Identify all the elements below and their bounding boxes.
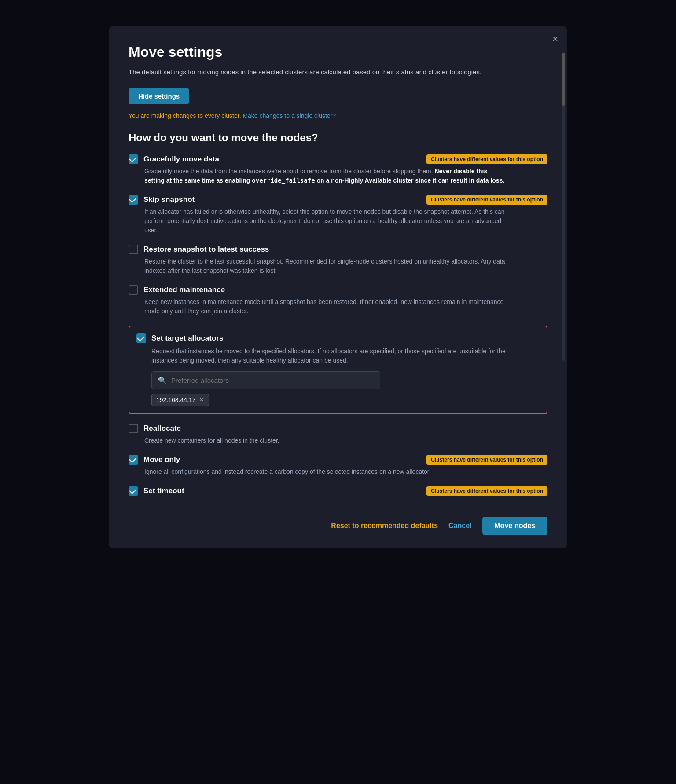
option-header-extended-maintenance: Extended maintenance <box>129 285 547 295</box>
target-allocators-label: Set target allocators <box>151 334 223 343</box>
option-desc-restore-snapshot: Restore the cluster to the last successf… <box>144 257 505 275</box>
option-desc-gracefully-move-data: Gracefully move the data from the instan… <box>144 167 505 185</box>
option-set-timeout: Set timeout Clusters have different valu… <box>129 486 547 496</box>
cancel-button[interactable]: Cancel <box>448 522 471 530</box>
option-label-reallocate: Reallocate <box>143 424 547 433</box>
checkbox-set-timeout[interactable] <box>129 486 138 496</box>
allocator-tag-label: 192.168.44.17 <box>156 396 196 403</box>
checkbox-reallocate[interactable] <box>129 424 138 433</box>
option-extended-maintenance: Extended maintenance Keep new instances … <box>129 285 547 316</box>
search-icon: 🔍 <box>158 376 167 385</box>
cluster-notice: You are making changes to every cluster.… <box>129 112 547 119</box>
checkbox-move-only[interactable] <box>129 455 138 465</box>
option-header-restore-snapshot: Restore snapshot to latest success <box>129 245 547 254</box>
badge-gracefully-move-data: Clusters have different values for this … <box>426 154 547 164</box>
close-button[interactable]: × <box>552 34 558 44</box>
allocator-tag: 192.168.44.17 ✕ <box>151 394 209 406</box>
scrollbar-thumb[interactable] <box>562 53 565 106</box>
target-allocators-box: Set target allocators Request that insta… <box>129 326 547 414</box>
checkbox-extended-maintenance[interactable] <box>129 285 138 295</box>
badge-set-timeout: Clusters have different values for this … <box>426 486 547 496</box>
checkbox-restore-snapshot[interactable] <box>129 245 138 254</box>
section-title: How do you want to move the nodes? <box>129 132 547 144</box>
option-desc-move-only: Ignore all configurations and instead re… <box>144 467 505 476</box>
reset-to-defaults-button[interactable]: Reset to recommended defaults <box>331 522 438 530</box>
scrollbar-track[interactable] <box>562 53 565 361</box>
target-allocators-desc: Request that instances be moved to the s… <box>151 347 512 365</box>
cluster-notice-text: You are making changes to every cluster. <box>129 112 241 119</box>
option-reallocate: Reallocate Create new containers for all… <box>129 424 547 445</box>
modal-overlay: × Move settings The default settings for… <box>0 0 676 784</box>
move-nodes-button[interactable]: Move nodes <box>482 517 547 535</box>
preferred-allocators-input[interactable] <box>171 377 374 384</box>
option-gracefully-move-data: Gracefully move data Clusters have diffe… <box>129 154 547 185</box>
option-label-extended-maintenance: Extended maintenance <box>143 286 547 294</box>
preferred-allocators-input-container[interactable]: 🔍 <box>151 371 380 389</box>
badge-move-only: Clusters have different values for this … <box>426 455 547 465</box>
option-move-only: Move only Clusters have different values… <box>129 455 547 476</box>
single-cluster-link[interactable]: Make changes to a single cluster? <box>242 112 336 119</box>
checkbox-skip-snapshot[interactable] <box>129 195 138 205</box>
option-label-set-timeout: Set timeout <box>143 487 421 495</box>
option-skip-snapshot: Skip snapshot Clusters have different va… <box>129 195 547 235</box>
allocator-tag-remove[interactable]: ✕ <box>199 396 204 403</box>
option-label-gracefully-move-data: Gracefully move data <box>143 155 421 164</box>
target-allocators-header: Set target allocators <box>136 333 540 343</box>
option-desc-skip-snapshot: If an allocator has failed or is otherwi… <box>144 207 505 235</box>
modal-description: The default settings for moving nodes in… <box>129 67 507 77</box>
option-header-reallocate: Reallocate <box>129 424 547 433</box>
option-desc-reallocate: Create new containers for all nodes in t… <box>144 436 505 445</box>
modal: × Move settings The default settings for… <box>109 26 567 548</box>
option-header-move-only: Move only Clusters have different values… <box>129 455 547 465</box>
option-header-set-timeout: Set timeout Clusters have different valu… <box>129 486 547 496</box>
option-desc-extended-maintenance: Keep new instances in maintenance mode u… <box>144 297 505 316</box>
option-restore-snapshot: Restore snapshot to latest success Resto… <box>129 245 547 275</box>
option-header-skip-snapshot: Skip snapshot Clusters have different va… <box>129 195 547 205</box>
badge-skip-snapshot: Clusters have different values for this … <box>426 195 547 205</box>
option-label-restore-snapshot: Restore snapshot to latest success <box>143 245 547 254</box>
checkbox-gracefully-move-data[interactable] <box>129 154 138 164</box>
modal-title: Move settings <box>129 44 547 60</box>
option-label-move-only: Move only <box>143 455 421 464</box>
option-header: Gracefully move data Clusters have diffe… <box>129 154 547 164</box>
hide-settings-button[interactable]: Hide settings <box>129 88 189 104</box>
modal-footer: Reset to recommended defaults Cancel Mov… <box>129 506 547 548</box>
checkbox-set-target-allocators[interactable] <box>136 333 146 343</box>
option-label-skip-snapshot: Skip snapshot <box>143 195 421 204</box>
tag-row: 192.168.44.17 ✕ <box>151 394 540 406</box>
